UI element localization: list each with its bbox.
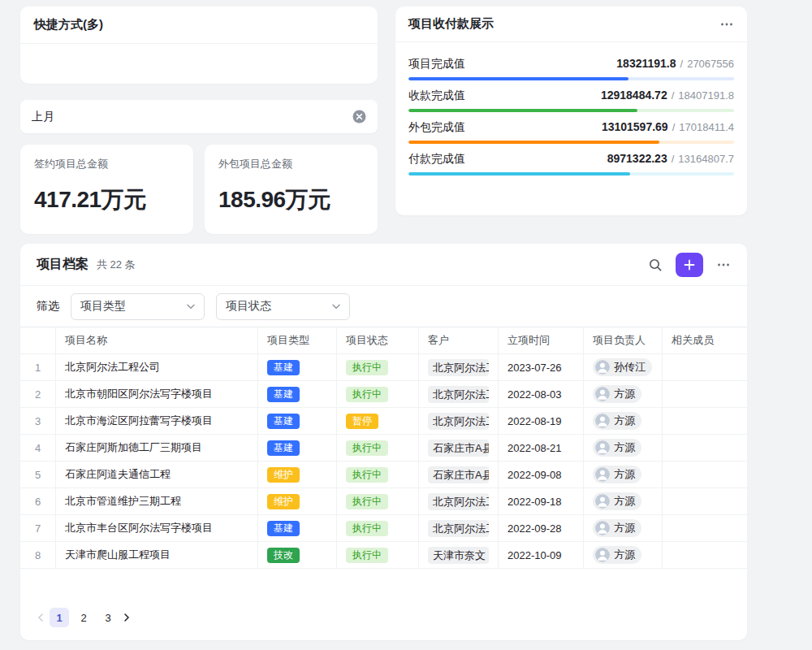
customer-cell[interactable]: 北京阿尔法工程 — [419, 354, 499, 380]
column-header-name[interactable]: 项目名称 — [55, 327, 258, 353]
project-name-cell[interactable]: 石家庄阿道夫通信工程 — [55, 462, 258, 488]
members-cell[interactable] — [663, 515, 747, 541]
project-type-cell[interactable]: 基建 — [258, 435, 337, 461]
project-status-cell[interactable]: 执行中 — [337, 381, 419, 407]
column-header-status[interactable]: 项目状态 — [337, 327, 419, 353]
project-archive-card: 项目档案 共 22 条 筛选 项目类型 项目状态 — [20, 244, 747, 640]
owner-cell[interactable]: 孙传江 — [584, 354, 663, 380]
project-name-cell[interactable]: 石家庄阿斯加德工厂三期项目 — [55, 435, 258, 461]
project-name-cell[interactable]: 北京市丰台区阿尔法写字楼项目 — [55, 515, 258, 541]
table-row[interactable]: 6 北京市管道维护三期工程 维护 执行中 北京阿尔法工程 2022-09-18 … — [20, 488, 747, 515]
project-status-tag: 暂停 — [346, 414, 378, 429]
table-row[interactable]: 7 北京市丰台区阿尔法写字楼项目 基建 执行中 北京阿尔法工程 2022-09-… — [20, 515, 747, 542]
customer-cell[interactable]: 北京阿尔法工程 — [419, 488, 499, 514]
page-button-1[interactable]: 1 — [50, 608, 69, 627]
project-name-cell[interactable]: 天津市爬山服工程项目 — [55, 542, 258, 568]
project-name-cell[interactable]: 北京阿尔法工程公司 — [55, 354, 258, 380]
members-cell[interactable] — [663, 542, 747, 568]
members-cell[interactable] — [663, 354, 747, 380]
project-status-cell[interactable]: 执行中 — [337, 515, 419, 541]
progress-fill — [408, 77, 628, 80]
stat-card-signed-amount: 签约项目总金额 417.21万元 — [20, 145, 193, 234]
progress-fill — [408, 141, 659, 144]
project-status-cell[interactable]: 执行中 — [337, 542, 419, 568]
column-header-owner[interactable]: 项目负责人 — [584, 327, 663, 353]
progress-fill — [408, 172, 630, 176]
next-page-icon[interactable] — [123, 613, 131, 622]
customer-cell[interactable]: 石家庄市A县 — [419, 435, 499, 461]
project-type-cell[interactable]: 基建 — [258, 408, 337, 434]
table-row[interactable]: 2 北京市朝阳区阿尔法写字楼项目 基建 执行中 北京阿尔法工程 2022-08-… — [20, 381, 747, 408]
metric-value: 12918484.72 — [601, 89, 667, 102]
project-type-cell[interactable]: 维护 — [258, 462, 337, 488]
project-type-cell[interactable]: 基建 — [258, 381, 337, 407]
more-icon[interactable] — [719, 17, 734, 32]
date-filter-bar[interactable]: 上月 — [20, 100, 378, 133]
start-date-cell[interactable]: 2022-09-28 — [499, 515, 584, 541]
project-type-cell[interactable]: 维护 — [258, 488, 337, 514]
project-status-cell[interactable]: 执行中 — [337, 435, 419, 461]
search-icon[interactable] — [648, 258, 663, 272]
customer-cell[interactable]: 北京阿尔法工程 — [419, 408, 499, 434]
column-header-members[interactable]: 相关成员 — [663, 327, 747, 353]
stat-value: 417.21万元 — [34, 184, 179, 215]
page-button-2[interactable]: 2 — [74, 608, 93, 627]
column-header-customer[interactable]: 客户 — [419, 327, 499, 353]
owner-cell[interactable]: 方源 — [584, 515, 663, 541]
metric-label: 收款完成值 — [408, 89, 465, 103]
start-date-cell[interactable]: 2023-07-26 — [499, 354, 584, 380]
project-table: 项目名称 项目类型 项目状态 客户 立项时间 项目负责人 相关成员 1 北京阿尔… — [20, 327, 747, 569]
start-date-cell[interactable]: 2022-09-18 — [499, 488, 584, 514]
project-name-cell[interactable]: 北京市管道维护三期工程 — [55, 488, 258, 514]
table-row[interactable]: 4 石家庄阿斯加德工厂三期项目 基建 执行中 石家庄市A县 2022-08-21… — [20, 435, 747, 462]
start-date-cell[interactable]: 2022-08-03 — [499, 381, 584, 407]
owner-cell[interactable]: 方源 — [584, 408, 663, 434]
filter-project-status-dropdown[interactable]: 项目状态 — [216, 293, 350, 320]
project-status-cell[interactable]: 执行中 — [337, 462, 419, 488]
project-type-cell[interactable]: 技改 — [258, 542, 337, 568]
owner-cell[interactable]: 方源 — [584, 462, 663, 488]
members-cell[interactable] — [663, 381, 747, 407]
clear-filter-icon[interactable] — [352, 110, 366, 124]
column-header-type[interactable]: 项目类型 — [258, 327, 337, 353]
members-cell[interactable] — [663, 435, 747, 461]
owner-cell[interactable]: 方源 — [584, 488, 663, 514]
project-type-cell[interactable]: 基建 — [258, 354, 337, 380]
start-date-cell[interactable]: 2022-08-19 — [499, 408, 584, 434]
table-row[interactable]: 3 北京市海淀区阿拉蕾写字楼项目 基建 暂停 北京阿尔法工程 2022-08-1… — [20, 408, 747, 435]
owner-cell[interactable]: 方源 — [584, 381, 663, 407]
owner-cell[interactable]: 方源 — [584, 542, 663, 568]
metric-separator: / — [672, 89, 675, 102]
members-cell[interactable] — [663, 462, 747, 488]
members-cell[interactable] — [663, 488, 747, 514]
start-date-cell[interactable]: 2022-10-09 — [499, 542, 584, 568]
members-cell[interactable] — [663, 408, 747, 434]
start-date-cell[interactable]: 2022-08-21 — [499, 435, 584, 461]
project-status-tag: 执行中 — [346, 360, 388, 375]
customer-cell[interactable]: 北京阿尔法工程 — [419, 515, 499, 541]
customer-cell[interactable]: 石家庄市A县 — [419, 462, 499, 488]
start-date-cell[interactable]: 2022-09-08 — [499, 462, 584, 488]
table-row[interactable]: 8 天津市爬山服工程项目 技改 执行中 天津市奈文 2022-10-09 方源 — [20, 542, 747, 569]
project-name-cell[interactable]: 北京市朝阳区阿尔法写字楼项目 — [55, 381, 258, 407]
customer-cell[interactable]: 天津市奈文 — [419, 542, 499, 568]
column-header-date[interactable]: 立项时间 — [499, 327, 584, 353]
customer-cell[interactable]: 北京阿尔法工程 — [419, 381, 499, 407]
project-status-cell[interactable]: 暂停 — [337, 408, 419, 434]
metric-value: 8971322.23 — [607, 152, 667, 165]
chevron-down-icon — [187, 304, 195, 310]
project-status-cell[interactable]: 执行中 — [337, 488, 419, 514]
avatar — [595, 548, 610, 562]
owner-cell[interactable]: 方源 — [584, 435, 663, 461]
table-row[interactable]: 1 北京阿尔法工程公司 基建 执行中 北京阿尔法工程 2023-07-26 孙传… — [20, 354, 747, 381]
add-record-button[interactable] — [676, 253, 703, 277]
prev-page-icon[interactable] — [37, 613, 45, 622]
project-name-cell[interactable]: 北京市海淀区阿拉蕾写字楼项目 — [55, 408, 258, 434]
project-type-cell[interactable]: 基建 — [258, 515, 337, 541]
more-icon[interactable] — [716, 258, 731, 272]
row-index: 1 — [20, 354, 55, 380]
page-button-3[interactable]: 3 — [98, 608, 118, 627]
filter-project-type-dropdown[interactable]: 项目类型 — [71, 293, 205, 320]
table-row[interactable]: 5 石家庄阿道夫通信工程 维护 执行中 石家庄市A县 2022-09-08 方源 — [20, 462, 747, 488]
project-status-cell[interactable]: 执行中 — [337, 354, 419, 380]
